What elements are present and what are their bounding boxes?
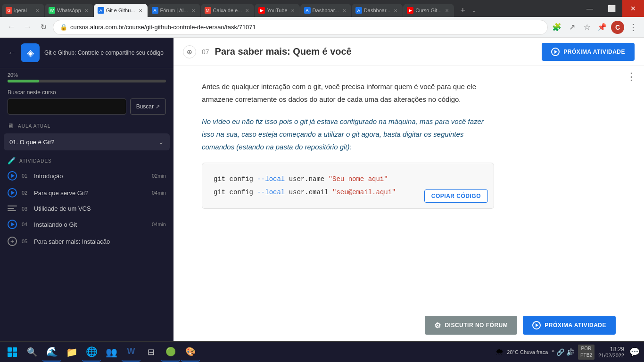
tab-git-github[interactable]: A Git e Githu... ✕ [94,4,148,17]
activity-05-plus-icon: + [8,237,17,246]
forward-button[interactable]: → [21,21,34,34]
course-icon: ◈ [21,43,40,62]
date-display: 21/02/2022 [598,353,624,358]
menu-button[interactable]: ⋮ [627,21,639,33]
minimize-button[interactable]: — [579,0,601,17]
more-options-button[interactable]: ⋮ [626,71,636,83]
progress-section: 20% [0,68,173,84]
tab-geral-close[interactable]: ✕ [34,7,41,14]
system-tray: 🌧 28°C Chuva fraca ^ 🔗 🔊 POR PTB2 18:29 … [495,345,641,360]
weather-text: 28°C Chuva fraca [507,349,548,355]
tab-scroll-button[interactable]: ⌄ [470,4,479,17]
tab-dashboard1[interactable]: A Dashboar... ✕ [300,4,351,17]
close-button[interactable]: ✕ [622,0,644,17]
tab-curso-git-close[interactable]: ✕ [444,7,450,14]
profile-circle[interactable]: C [611,21,624,34]
code-flag-2: --local [257,189,289,196]
proxima-footer-label: PRÓXIMA ATIVIDADE [545,322,606,329]
copy-code-button[interactable]: COPIAR CÓDIGO [424,189,488,203]
tab-forum-close[interactable]: ✕ [190,7,197,14]
activity-04-name: Instalando o Git [34,221,147,228]
speaker-icon[interactable]: 🔊 [566,348,574,356]
taskbar-paint-icon: 🎨 [185,346,196,357]
expand-sidebar-button[interactable]: ⊕ [183,45,196,58]
tab-whatsapp-close[interactable]: ✕ [83,7,90,14]
sidebar-back-button[interactable]: ← [8,48,16,58]
taskbar-paint-button[interactable]: 🎨 [181,343,200,362]
tab-caixa-close[interactable]: ✕ [244,7,250,14]
search-input[interactable] [8,99,126,115]
buscar-label: Buscar [136,103,154,110]
taskbar-edge-button[interactable]: 🌊 [42,343,61,362]
notification-icon: 💬 [629,347,640,357]
tab-curso-git[interactable]: ▶ Curso Git... ✕ [403,4,454,17]
code-block: git config --local user.name "Seu nome a… [202,163,494,209]
bookmark-icon[interactable]: ☆ [581,21,593,33]
tab-forum[interactable]: A Fórum | Al... ✕ [148,4,200,17]
proxima-atividade-header-button[interactable]: PRÓXIMA ATIVIDADE [542,43,635,61]
curso-git-favicon: ▶ [407,7,413,14]
taskbar-word-button[interactable]: W [122,343,140,362]
time-display: 18:29 [598,346,624,353]
activity-item-05[interactable]: + 05 Para saber mais: Instalação [0,233,173,250]
dashboard2-favicon: A [355,7,362,14]
code-rest-1: user.name [289,175,329,183]
taskbar-teams-button[interactable]: 👥 [102,343,121,362]
activity-01-num: 01 [22,173,29,179]
tab-git-close[interactable]: ✕ [137,7,144,14]
taskbar-search-button[interactable]: 🔍 [23,343,41,362]
code-line-1: git config --local user.name "Seu nome a… [214,173,482,186]
discuss-forum-button[interactable]: ⚙ DISCUTIR NO FÓRUM [425,316,517,335]
buscar-button[interactable]: Buscar ↗ [130,99,166,115]
reload-button[interactable]: ↻ [37,21,50,34]
network-icon[interactable]: 🔗 [556,348,564,356]
address-box[interactable]: 🔒 cursos.alura.com.br/course/git-github-… [53,20,548,35]
current-aula-item[interactable]: 01. O que é Git? ⌄ [4,133,170,150]
taskbar-app1-button[interactable]: 🟢 [161,343,180,362]
activities-list: 01 Introdução 02min 02 Para que serve Gi… [0,167,173,341]
content-header: ⊕ 07 Para saber mais: Quem é você PRÓXIM… [173,38,644,66]
start-button[interactable] [3,343,22,362]
activity-title: Para saber mais: Quem é você [215,46,352,57]
tab-geral[interactable]: G igeral ✕ [2,4,44,17]
taskbar: 🔍 🌊 📁 🌐 👥 W ⊟ 🟢 🎨 🌧 28°C Chuva fraca [0,341,644,362]
activity-number-badge: 07 [202,48,209,56]
maximize-button[interactable]: ⬜ [601,0,622,17]
tab-youtube-close[interactable]: ✕ [289,7,296,14]
activity-item-04[interactable]: 04 Instalando o Git 04min [0,216,173,233]
extensions-icon[interactable]: 🧩 [551,21,563,33]
code-cmd-2: git config [214,189,257,196]
sidebar: ← ◈ Git e Github: Controle e compartilhe… [0,38,173,341]
clock-widget[interactable]: 18:29 21/02/2022 [598,346,624,358]
share-icon[interactable]: ↗ [566,21,578,33]
tab-dashboard2-close[interactable]: ✕ [392,7,399,14]
tab-dashboard1-close[interactable]: ✕ [341,7,347,14]
language-badge[interactable]: POR PTB2 [578,345,594,360]
content-text: Antes de qualquer interação com o git, v… [202,80,494,153]
activity-04-play-icon [8,220,17,229]
tab-dashboard2[interactable]: A Dashboar... ✕ [352,4,403,17]
back-button[interactable]: ← [5,21,18,34]
pin-icon[interactable]: 📌 [596,21,608,33]
code-cmd-1: git config [214,175,257,183]
notification-button[interactable]: 💬 [628,346,641,359]
taskbar-chrome-button[interactable]: 🌐 [82,343,101,362]
tab-caixa[interactable]: M Caixa de e... ✕ [201,4,255,17]
taskbar-task-view-button[interactable]: ⊟ [141,343,160,362]
current-aula-text: 01. O que é Git? [9,139,54,146]
tab-whatsapp[interactable]: W WhatsApp ✕ [45,4,93,17]
tab-youtube[interactable]: ▶ YouTube ✕ [255,4,299,17]
atividades-icon: 🧪 [8,157,16,165]
activity-item-01[interactable]: 01 Introdução 02min [0,167,173,184]
activity-item-02[interactable]: 02 Para que serve Git? 04min [0,184,173,201]
code-flag-1: --local [257,175,289,183]
git-favicon: A [98,7,104,14]
proxima-atividade-footer-button[interactable]: PRÓXIMA ATIVIDADE [523,316,616,335]
activity-01-play-icon [8,171,17,181]
progress-track [8,80,166,82]
tab-forum-title: Fórum | Al... [160,8,188,13]
new-tab-button[interactable]: + [456,4,470,17]
taskbar-files-button[interactable]: 📁 [62,343,81,362]
activity-item-03[interactable]: 03 Utilidade de um VCS [0,201,173,216]
chevron-up-icon[interactable]: ^ [552,349,554,355]
